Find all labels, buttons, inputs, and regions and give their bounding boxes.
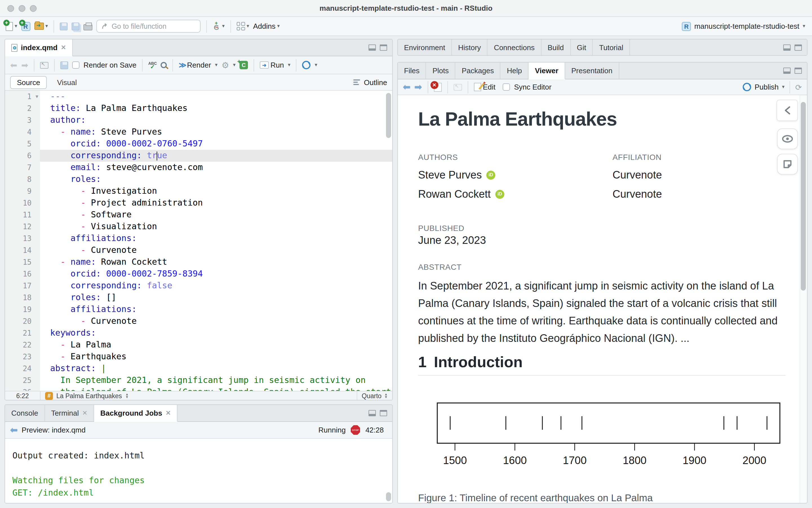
job-output[interactable]: Output created: index.html Watching file… [5,439,392,503]
authors-label: AUTHORS [418,153,612,162]
new-file-button[interactable]: + ▾ [6,22,17,31]
tab-tutorial[interactable]: Tutorial [593,39,630,55]
line-number: 17 [5,280,40,292]
render-on-save-checkbox[interactable] [72,61,79,69]
render-button[interactable]: ≫ Render [179,61,211,69]
close-icon[interactable]: ✕ [61,44,66,51]
tab-label: Tutorial [599,43,623,51]
spellcheck-icon[interactable]: ABC✓ [148,62,157,69]
chevron-down-icon[interactable]: ▾ [288,62,290,68]
run-button[interactable]: ➜ Run [260,61,284,69]
maximize-pane-icon[interactable] [795,68,802,74]
annotation-button[interactable] [777,154,798,175]
back-icon[interactable]: ⬅ [10,60,17,70]
minimize-pane-icon[interactable] [783,68,790,74]
back-icon[interactable]: ⬅ [403,82,410,92]
source-mode-button[interactable]: Source [10,76,47,89]
chevron-down-icon: ▾ [45,24,48,29]
open-in-new-window-icon[interactable] [454,84,462,90]
fold-icon[interactable]: ▼ [36,91,38,102]
editor-scrollbar[interactable] [386,93,391,138]
collapse-panel-button[interactable] [776,100,798,121]
console-scrollbar[interactable] [386,492,391,501]
code-line: 26 the island of La Palma (Canary Island… [5,386,392,391]
rerun-icon[interactable] [302,61,311,69]
code-line: 10 - Project administration [5,197,392,209]
code-line: 21keywords: [5,327,392,339]
tab-help[interactable]: Help [501,62,529,79]
viewer-content[interactable]: La Palma Earthquakes AUTHORS Steve Purve… [398,95,807,503]
tab-git[interactable]: Git [571,39,593,55]
search-icon[interactable] [161,62,167,68]
chevron-down-icon[interactable]: ▾ [315,62,317,68]
figure-caption: Figure 1: Timeline of recent earthquakes… [418,492,785,503]
chevron-down-icon[interactable]: ▾ [233,62,236,68]
tab-viewer[interactable]: Viewer [529,62,565,79]
tab-environment[interactable]: Environment [398,39,452,55]
stop-icon[interactable]: STOP [351,425,360,435]
tab-terminal[interactable]: Terminal✕ [45,405,94,421]
tab-build[interactable]: Build [541,39,571,55]
console-line: GET: /index.html [12,486,392,499]
open-file-button[interactable]: ▾ [34,23,48,30]
forward-icon[interactable]: ➡ [21,60,28,70]
tab-plots[interactable]: Plots [426,62,456,79]
maximize-pane-icon[interactable] [380,410,387,416]
save-button[interactable] [60,22,68,30]
addins-menu[interactable]: Addins ▾ [253,22,280,31]
tab-connections[interactable]: Connections [488,39,541,55]
tab-files[interactable]: Files [398,62,426,79]
goto-file-input[interactable]: Go to file/function [96,20,201,33]
environment-pane: Environment History Connections Build Gi… [397,39,808,56]
save-all-button[interactable] [72,22,79,30]
print-button[interactable] [83,22,92,30]
close-icon[interactable]: ✕ [82,410,87,417]
refresh-icon[interactable]: ⟳ [796,83,802,91]
outline-button[interactable]: Outline [364,78,387,86]
code-editor[interactable]: 1▼---2title: La Palma Earthquakes3author… [5,91,392,391]
minimize-pane-icon[interactable] [369,44,376,51]
new-project-button[interactable]: R+ [21,22,30,31]
axis-label: 2000 [742,455,766,466]
section-selector[interactable]: # La Palma Earthquakes ▲▼ [40,391,357,400]
close-icon[interactable]: ✕ [166,410,171,417]
sync-editor-checkbox[interactable] [503,83,510,91]
maximize-pane-icon[interactable] [795,44,802,50]
minimize-pane-icon[interactable] [369,410,376,416]
back-icon[interactable]: ⬅ [10,425,18,435]
orcid-icon[interactable]: iD [486,171,495,180]
open-in-new-window-icon[interactable] [40,62,48,69]
tab-label: Build [547,43,564,51]
code-line: 17 corresponding: false [5,280,392,292]
clear-viewer-icon[interactable]: ✕ [434,83,442,91]
git-menu-button[interactable]: G+− ▾ [212,22,225,31]
tab-history[interactable]: History [452,39,488,55]
pane-layout-button[interactable]: ▾ [236,22,249,31]
maximize-pane-icon[interactable] [380,44,387,51]
visual-mode-button[interactable]: Visual [51,76,83,88]
orcid-icon[interactable]: iD [495,190,504,199]
section-title: Introduction [434,351,523,373]
line-number: 26 [5,386,40,391]
doc-type-selector[interactable]: Quarto ▲▼ [357,391,392,400]
preview-visibility-button[interactable] [777,128,798,149]
edit-button[interactable]: Edit [474,83,496,91]
chevron-down-icon[interactable]: ▾ [215,62,217,68]
publish-button[interactable]: Publish [755,83,778,91]
tab-console[interactable]: Console [5,405,45,421]
save-icon[interactable] [60,61,68,69]
forward-icon[interactable]: ➡ [414,82,422,92]
gear-icon[interactable]: ⚙ [221,60,229,70]
line-number: 6 [5,150,40,162]
code-text: author: [40,114,392,126]
chevron-down-icon[interactable]: ▾ [782,84,784,90]
restore-pane-icon[interactable] [783,44,790,50]
viewer-scrollbar[interactable] [801,102,806,291]
tab-index-qmd[interactable]: index.qmd ✕ [5,39,73,56]
tab-background-jobs[interactable]: Background Jobs✕ [94,405,177,422]
project-selector[interactable]: R manuscript-template-rstudio-test ▾ [682,22,805,31]
tab-packages[interactable]: Packages [456,62,501,79]
line-number: 5 [5,138,40,150]
tab-presentation[interactable]: Presentation [565,62,619,79]
insert-chunk-icon[interactable]: C [240,61,248,69]
